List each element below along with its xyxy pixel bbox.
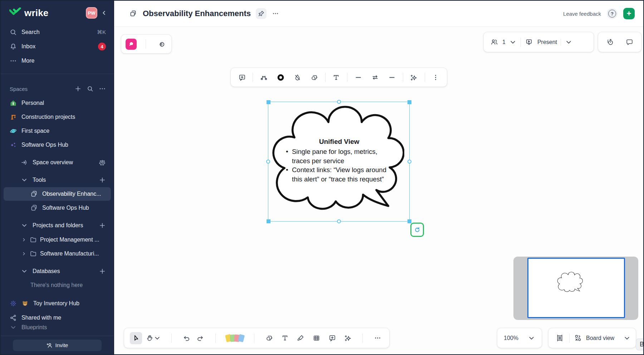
add-tool-icon[interactable] [99,176,106,184]
board-settings-button[interactable] [155,38,167,50]
chevron-down-icon[interactable] [565,36,572,48]
add-space-icon[interactable] [74,85,82,92]
edit-points-icon[interactable] [258,71,270,83]
sidebar-section-databases[interactable]: Databases [1,264,114,278]
inbox-label: Inbox [21,43,35,50]
ellipsis-icon [10,57,17,64]
resize-handle-s[interactable] [337,219,341,223]
add-database-icon[interactable] [99,268,106,275]
no-fill-icon[interactable] [292,71,304,83]
ai-sparkle-icon[interactable] [342,332,354,344]
sidebar-item-inbox[interactable]: Inbox 4 [1,39,114,54]
sidebar-item-construction[interactable]: Construction projects [1,110,114,124]
change-shape-icon[interactable] [308,71,321,83]
comments-icon[interactable] [623,36,635,48]
shared-with-me-label: Shared with me [21,315,61,321]
resize-handle-e[interactable] [408,160,411,164]
present-label[interactable]: Present [537,39,557,45]
resize-handle-nw[interactable] [267,100,270,104]
sidebar-item-project-management[interactable]: Project Management ... [1,233,114,247]
resize-handle-n[interactable] [337,100,341,104]
resize-handle-se[interactable] [408,219,411,223]
chevron-right-icon[interactable] [21,236,26,243]
chevron-down-icon[interactable] [509,36,517,48]
minimap-cloud-shape [557,272,583,293]
stroke-width-icon[interactable] [352,71,364,83]
main-area: Observability Enhancements Leave feedbac… [114,1,643,354]
chevron-down-icon[interactable] [21,222,28,229]
board-app-icon[interactable] [126,39,137,50]
help-button[interactable]: ? [607,8,618,19]
page-title: Observability Enhancements [143,9,251,18]
sidebar-section-tools[interactable]: Tools [1,173,114,187]
more-tools-icon[interactable] [371,332,384,344]
sidebar-item-search[interactable]: Search ⌘K [1,25,114,39]
minimap[interactable] [513,257,638,320]
bell-icon [10,43,17,50]
sidebar-item-personal[interactable]: Personal [1,96,114,110]
sidebar-item-more[interactable]: More [1,54,114,68]
ai-sparkle-icon[interactable] [408,71,420,83]
add-comment-icon[interactable] [236,71,248,83]
undo-icon[interactable] [180,332,192,344]
shape-selection-box[interactable]: Unified View Single pane for logs, metri… [268,102,410,222]
avatar[interactable]: PW [86,7,97,19]
title-menu-button[interactable] [270,8,281,19]
cloud-title: Unified View [284,137,394,146]
text-tool-icon[interactable] [279,332,291,344]
line-style-icon[interactable] [386,71,398,83]
kebab-menu-icon[interactable] [430,71,442,83]
sidebar-collapse-button[interactable] [100,9,108,17]
sidebar-item-blueprints-clipped[interactable]: Blueprints [1,325,114,330]
shapes-tool-icon[interactable] [263,332,275,344]
leave-feedback-link[interactable]: Leave feedback [563,11,601,17]
create-button[interactable]: + [623,8,635,19]
rotate-handle-button[interactable] [410,223,424,237]
sidebar-item-software-ops-hub[interactable]: Software Ops Hub [1,138,114,152]
sidebar-item-space-overview[interactable]: Space overview [1,155,114,170]
sidebar-item-shared-with-me[interactable]: Shared with me [1,311,114,325]
swap-arrows-icon[interactable] [369,71,381,83]
chevron-down-icon[interactable] [21,268,28,275]
stroke-color-swatch[interactable] [274,71,287,83]
chevron-right-icon[interactable] [21,250,26,257]
collaborators-icon[interactable] [489,36,499,48]
pen-tool-icon[interactable] [294,332,307,344]
sidebar-item-toy-inventory[interactable]: Toy Inventory Hub [1,296,114,311]
resize-handle-w[interactable] [266,160,270,164]
view-label[interactable]: Board view [586,335,614,341]
search-spaces-icon[interactable] [87,85,94,92]
toy-inventory-label: Toy Inventory Hub [33,300,79,307]
sidebar-item-first-space[interactable]: First space [1,124,114,138]
add-project-icon[interactable] [99,222,106,229]
hand-tool-icon[interactable] [144,332,163,344]
spaces-menu-icon[interactable] [99,85,106,92]
sidebar-item-observability[interactable]: Observability Enhanc... [4,187,111,201]
zoom-control[interactable]: 100% [497,328,542,348]
resize-handle-sw[interactable] [267,219,270,223]
view-switcher: Board view [548,328,636,348]
gear-icon[interactable] [99,159,106,166]
sticky-notes-icon[interactable] [224,332,246,344]
pin-button[interactable] [256,8,267,19]
whiteboard-canvas[interactable]: 1 Present [114,27,643,354]
resize-handle-ne[interactable] [408,100,411,104]
table-tool-icon[interactable] [310,332,322,344]
sidebar-item-tool-software-ops-hub[interactable]: Software Ops Hub [1,201,114,215]
personal-label: Personal [21,100,44,106]
text-tool-icon[interactable] [330,71,342,83]
planet-icon [10,127,17,135]
minimap-viewport[interactable] [527,258,625,318]
sidebar-section-projects[interactable]: Projects and folders [1,218,114,233]
chevron-down-icon[interactable] [623,332,631,344]
chevron-down-icon[interactable] [21,176,28,184]
inbox-badge: 4 [98,43,106,50]
sidebar-item-software-manufacturing[interactable]: Software Manufacturi... [1,247,114,261]
select-tool-icon[interactable] [130,332,142,344]
timer-icon[interactable] [604,36,616,48]
invite-button[interactable]: Invite [13,340,102,351]
zoom-level: 100% [504,335,518,341]
frames-icon[interactable] [553,332,566,344]
add-comment-icon[interactable] [326,332,338,344]
redo-icon[interactable] [195,332,207,344]
